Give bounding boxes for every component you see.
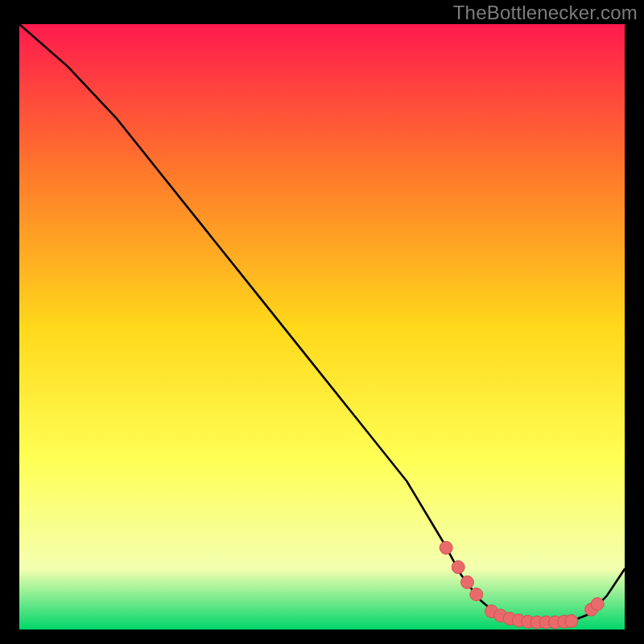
marker-point: [470, 588, 483, 601]
marker-point: [440, 541, 452, 554]
plot-area: [19, 24, 625, 630]
marker-point: [452, 561, 464, 574]
plot-svg: [19, 24, 625, 630]
chart-frame: TheBottlenecker.com: [0, 0, 644, 644]
watermark-text: TheBottlenecker.com: [453, 2, 638, 24]
gradient-background: [19, 24, 625, 630]
marker-point: [591, 597, 604, 610]
marker-point: [460, 576, 473, 588]
marker-point: [565, 614, 578, 627]
